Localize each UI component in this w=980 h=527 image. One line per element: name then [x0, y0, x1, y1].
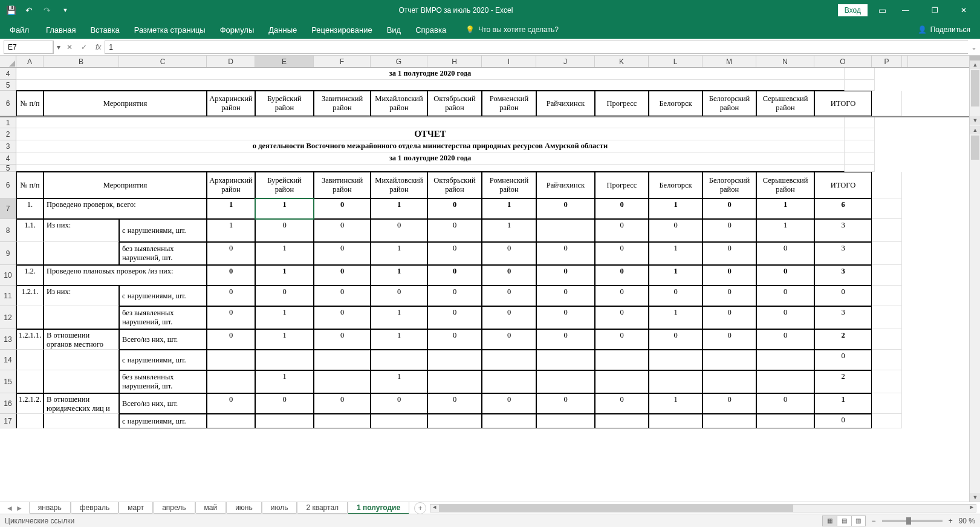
formula-input[interactable]: 1 [105, 41, 968, 54]
formula-bar: E7 ▾ ✕ ✓ fx 1 ⌄ [0, 39, 980, 56]
ribbon-tab[interactable]: Вид [380, 21, 409, 39]
ribbon-tab-file[interactable]: Файл [2, 21, 36, 39]
ribbon-tab[interactable]: Справка [408, 21, 453, 39]
ribbon-tab[interactable]: Данные [261, 21, 304, 39]
cancel-formula-icon[interactable]: ✕ [67, 43, 73, 51]
namebox-dropdown-icon[interactable]: ▾ [53, 41, 63, 54]
accept-formula-icon[interactable]: ✓ [81, 43, 87, 51]
ribbon-tab[interactable]: Вставка [83, 21, 126, 39]
formula-expand-icon[interactable]: ⌄ [968, 43, 980, 51]
undo-icon[interactable]: ↶ [21, 2, 37, 19]
redo-icon[interactable]: ↷ [39, 2, 56, 19]
ribbon-display-icon[interactable]: ▭ [874, 2, 891, 19]
share-button[interactable]: Поделиться [930, 25, 970, 34]
window-title: Отчет ВМРО за июль 2020 - Excel [74, 6, 838, 15]
lightbulb-icon: 💡 [466, 25, 475, 34]
close-button[interactable]: ✕ [950, 0, 978, 21]
tell-me-search[interactable]: 💡 Что вы хотите сделать? [466, 25, 559, 34]
ribbon-tab[interactable]: Разметка страницы [127, 21, 213, 39]
ribbon-tab[interactable]: Главная [39, 21, 83, 39]
fx-icon[interactable]: fx [96, 43, 101, 51]
title-bar: 💾 ↶ ↷ ▼ Отчет ВМРО за июль 2020 - Excel … [0, 0, 980, 21]
ribbon-tab[interactable]: Рецензирование [304, 21, 379, 39]
signin-button[interactable]: Вход [838, 4, 868, 16]
qat-dropdown-icon[interactable]: ▼ [57, 2, 74, 19]
user-icon: 👤 [918, 25, 927, 34]
ribbon: Файл Главная Вставка Разметка страницы Ф… [0, 21, 980, 39]
ribbon-tab[interactable]: Формулы [213, 21, 262, 39]
name-box[interactable]: E7 [4, 41, 53, 54]
save-icon[interactable]: 💾 [2, 2, 19, 19]
minimize-button[interactable]: — [892, 0, 920, 21]
maximize-button[interactable]: ❐ [921, 0, 949, 21]
